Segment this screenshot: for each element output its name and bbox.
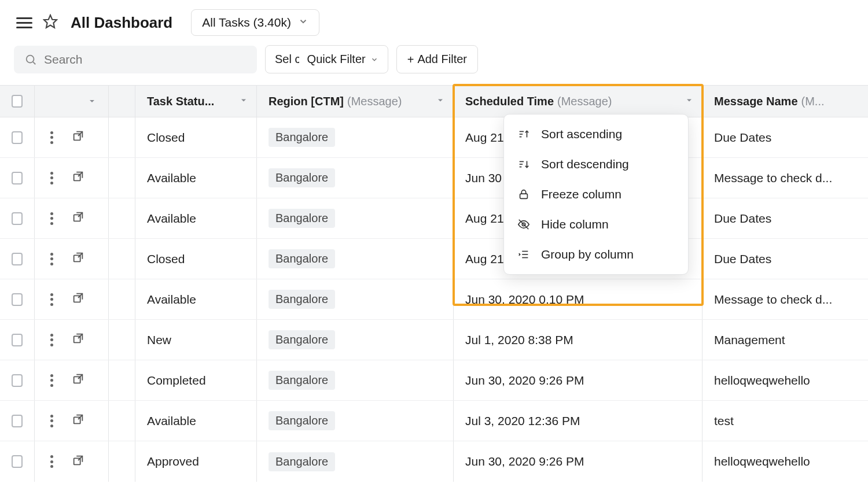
region-pill: Bangalore: [269, 290, 335, 309]
cell-region: Bangalore: [257, 279, 454, 319]
menu-item-label: Freeze column: [541, 187, 621, 201]
menu-item-label: Sort ascending: [541, 127, 622, 141]
caret-down-icon[interactable]: [685, 95, 694, 108]
task-filter-dropdown[interactable]: All Tasks (3.40k): [191, 9, 319, 36]
row-checkbox[interactable]: [12, 172, 23, 184]
row-menu-icon[interactable]: [46, 415, 57, 427]
menu-item-group-by-column[interactable]: Group by column: [504, 239, 688, 270]
column-header-scheduled-time[interactable]: Scheduled Time (Message): [454, 86, 703, 117]
row-menu-icon[interactable]: [46, 455, 57, 468]
open-row-icon[interactable]: [72, 413, 84, 429]
column-header-label: Message Name: [714, 95, 798, 108]
lock-icon: [517, 187, 531, 201]
quick-filter-label: Sel ct Quick Filter: [275, 53, 366, 66]
search-input[interactable]: [44, 53, 247, 67]
menu-item-sort-ascending[interactable]: Sort ascending: [504, 119, 688, 149]
row-menu-icon[interactable]: [46, 334, 57, 346]
page-title: All Dashboard: [71, 14, 172, 32]
task-filter-label: All Tasks (3.40k): [202, 16, 291, 29]
region-pill: Bangalore: [269, 249, 335, 268]
region-pill: Bangalore: [269, 128, 335, 147]
cell-region: Bangalore: [257, 198, 454, 238]
table-row: Completed Bangalore Jun 30, 2020 9:26 PM…: [0, 360, 868, 401]
cell-task-status: Completed: [135, 360, 257, 400]
caret-down-icon[interactable]: [239, 95, 248, 108]
cell-scheduled-time: Jul 3, 2020 12:36 PM: [454, 401, 703, 441]
menu-item-sort-descending[interactable]: Sort descending: [504, 149, 688, 179]
row-select-cell: [0, 198, 35, 238]
row-menu-icon[interactable]: [46, 212, 57, 225]
group-icon: [517, 248, 531, 261]
row-checkbox[interactable]: [12, 293, 23, 306]
row-menu-icon[interactable]: [46, 131, 57, 144]
search-icon: [24, 53, 37, 66]
open-row-icon[interactable]: [72, 372, 84, 388]
row-select-cell: [0, 441, 35, 482]
row-select-cell: [0, 117, 35, 157]
row-menu-icon[interactable]: [46, 172, 57, 184]
row-menu-icon[interactable]: [46, 374, 57, 387]
cell-region: Bangalore: [257, 158, 454, 198]
row-actions-cell: [35, 441, 109, 482]
row-menu-icon[interactable]: [46, 293, 57, 306]
cell-message-name: Due Dates: [703, 198, 868, 238]
menu-item-label: Group by column: [541, 248, 634, 261]
plus-icon: +: [407, 54, 414, 65]
row-actions-cell: [35, 279, 109, 319]
table-row: Available Bangalore Aug 21 Due Dates: [0, 198, 868, 239]
column-header-region[interactable]: Region [CTM] (Message): [257, 86, 454, 117]
cell-message-name: Management: [703, 320, 868, 360]
row-checkbox[interactable]: [12, 253, 23, 265]
region-pill: Bangalore: [269, 168, 335, 187]
row-actions-column-header: [35, 86, 109, 117]
search-input-wrap[interactable]: [14, 46, 257, 73]
spacer-cell: [109, 401, 135, 441]
row-actions-cell: [35, 117, 109, 157]
open-row-icon[interactable]: [72, 332, 84, 348]
column-header-message-name[interactable]: Message Name (M...: [703, 86, 868, 117]
quick-filter-dropdown[interactable]: Sel ct Quick Filter: [265, 45, 388, 73]
table-row: Available Bangalore Jul 3, 2020 12:36 PM…: [0, 401, 868, 441]
open-row-icon[interactable]: [72, 251, 84, 267]
open-row-icon[interactable]: [72, 291, 84, 307]
select-all-checkbox[interactable]: [12, 95, 23, 108]
row-checkbox[interactable]: [12, 374, 23, 387]
cell-task-status: Approved: [135, 441, 257, 482]
star-icon[interactable]: [43, 14, 58, 32]
hamburger-menu-icon[interactable]: [16, 17, 32, 28]
row-select-cell: [0, 279, 35, 319]
column-header-task-status[interactable]: Task Statu...: [135, 86, 257, 117]
row-checkbox[interactable]: [12, 334, 23, 346]
row-checkbox[interactable]: [12, 455, 23, 468]
table-row: Closed Bangalore Aug 21 Due Dates: [0, 239, 868, 279]
table-body: Closed Bangalore Aug 21 Due Dates Availa…: [0, 117, 868, 482]
menu-item-hide-column[interactable]: Hide column: [504, 209, 688, 239]
row-checkbox[interactable]: [12, 212, 23, 225]
row-checkbox[interactable]: [12, 415, 23, 427]
spacer-cell: [109, 117, 135, 157]
table-row: Available Bangalore Jun 30, 2020 0.10 PM…: [0, 279, 868, 320]
caret-down-icon[interactable]: [436, 95, 445, 108]
cell-scheduled-time: Jul 1, 2020 8:38 PM: [454, 320, 703, 360]
cell-region: Bangalore: [257, 441, 454, 482]
row-actions-cell: [35, 401, 109, 441]
open-row-icon[interactable]: [72, 211, 84, 226]
caret-down-icon[interactable]: [84, 97, 100, 106]
add-filter-label: Add Filter: [417, 53, 467, 66]
region-pill: Bangalore: [269, 209, 335, 228]
open-row-icon[interactable]: [72, 454, 84, 470]
open-row-icon[interactable]: [72, 170, 84, 186]
spacer-cell: [109, 360, 135, 400]
cell-message-name: helloqweqwehello: [703, 441, 868, 482]
region-pill: Bangalore: [269, 330, 335, 349]
row-select-cell: [0, 158, 35, 198]
row-actions-cell: [35, 198, 109, 238]
row-checkbox[interactable]: [12, 131, 23, 144]
row-select-cell: [0, 239, 35, 279]
svg-marker-0: [44, 15, 57, 28]
add-filter-button[interactable]: + Add Filter: [396, 45, 478, 73]
open-row-icon[interactable]: [72, 130, 84, 145]
row-menu-icon[interactable]: [46, 253, 57, 265]
cell-message-name: Message to check d...: [703, 279, 868, 319]
menu-item-freeze-column[interactable]: Freeze column: [504, 179, 688, 209]
